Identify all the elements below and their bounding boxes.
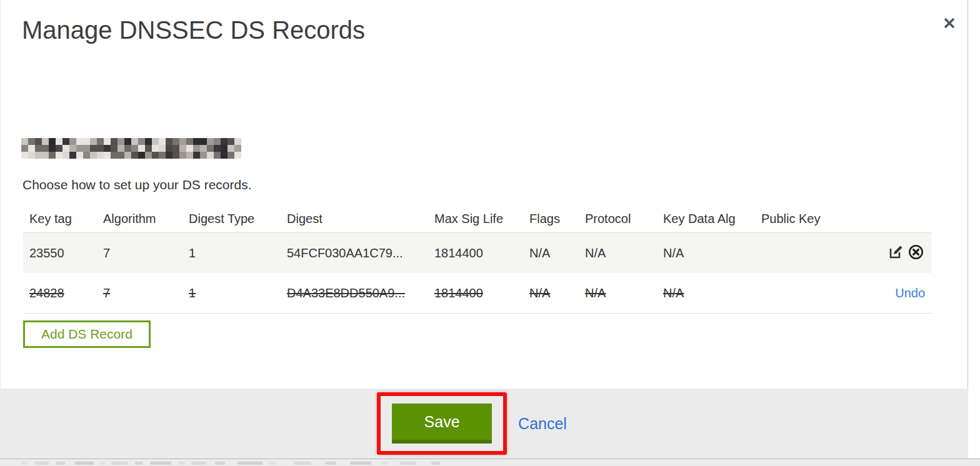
delete-circle-x-icon bbox=[908, 244, 924, 262]
page-title: Manage DNSSEC DS Records bbox=[22, 16, 365, 44]
cell-key-tag: 24828 bbox=[23, 286, 97, 300]
dialog-footer: Save Cancel bbox=[1, 389, 968, 459]
save-button[interactable]: Save bbox=[392, 404, 492, 444]
add-ds-record-button[interactable]: Add DS Record bbox=[23, 320, 151, 348]
column-header-protocol: Protocol bbox=[579, 212, 657, 226]
cell-protocol: N/A bbox=[579, 286, 657, 300]
cell-digest: D4A33E8DD550A9... bbox=[281, 286, 428, 300]
cell-key-data-alg: N/A bbox=[657, 286, 755, 300]
table-row-deleted: 24828 7 1 D4A33E8DD550A9... 1814400 N/A … bbox=[23, 273, 931, 314]
column-header-key-tag: Key tag bbox=[23, 212, 97, 226]
cell-max-sig-life: 1814400 bbox=[428, 246, 523, 260]
cell-key-tag: 23550 bbox=[23, 246, 97, 260]
annotation-highlight-red-box: Save bbox=[377, 392, 507, 455]
column-header-public-key: Public Key bbox=[755, 212, 855, 226]
cell-algorithm: 7 bbox=[97, 246, 182, 260]
cell-key-data-alg: N/A bbox=[657, 246, 755, 260]
edit-icon bbox=[888, 244, 904, 262]
instruction-text: Choose how to set up your DS records. bbox=[22, 177, 252, 192]
cell-digest: 54FCF030AA1C79... bbox=[281, 246, 428, 260]
delete-record-button[interactable] bbox=[906, 244, 925, 262]
column-header-digest-type: Digest Type bbox=[182, 212, 281, 226]
cell-flags: N/A bbox=[523, 246, 579, 260]
cell-digest-type: 1 bbox=[182, 286, 281, 300]
cancel-link[interactable]: Cancel bbox=[518, 415, 567, 433]
table-row: 23550 7 1 54FCF030AA1C79... 1814400 N/A … bbox=[23, 233, 931, 273]
close-button[interactable] bbox=[937, 11, 962, 36]
undo-link[interactable]: Undo bbox=[895, 286, 925, 300]
column-header-key-data-alg: Key Data Alg bbox=[657, 212, 755, 226]
column-header-digest: Digest bbox=[281, 212, 428, 226]
cell-protocol: N/A bbox=[579, 246, 657, 260]
cell-max-sig-life: 1814400 bbox=[428, 286, 523, 300]
column-header-algorithm: Algorithm bbox=[97, 212, 182, 226]
table-header-row: Key tag Algorithm Digest Type Digest Max… bbox=[23, 206, 931, 233]
close-icon bbox=[941, 15, 958, 33]
column-header-max-sig-life: Max Sig Life bbox=[428, 212, 523, 226]
redacted-domain-name bbox=[21, 138, 241, 159]
edit-record-button[interactable] bbox=[886, 244, 905, 262]
dnssec-dialog: Manage DNSSEC DS Records Choose how to s… bbox=[0, 0, 968, 466]
cell-algorithm: 7 bbox=[97, 286, 182, 300]
column-header-flags: Flags bbox=[523, 212, 579, 226]
cell-flags: N/A bbox=[523, 286, 579, 300]
page-behind-modal-edge bbox=[0, 459, 980, 466]
ds-records-table: Key tag Algorithm Digest Type Digest Max… bbox=[23, 206, 931, 314]
cell-digest-type: 1 bbox=[182, 246, 281, 260]
